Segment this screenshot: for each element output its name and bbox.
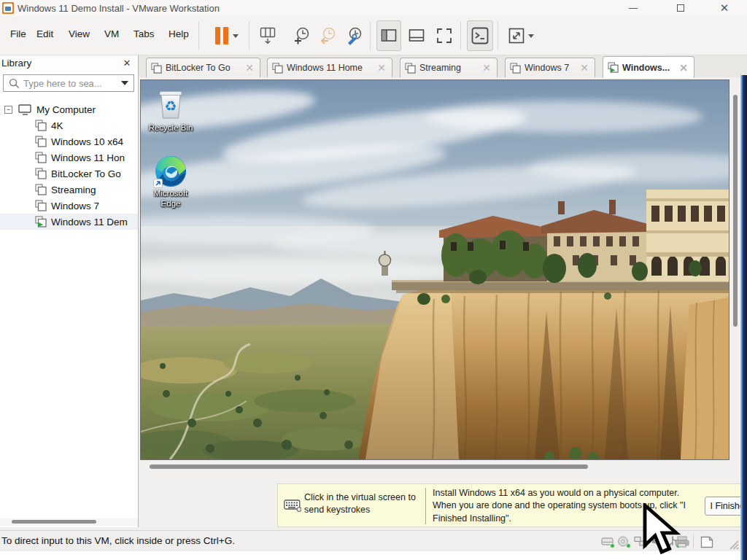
cd-dvd-status-icon[interactable] [617, 536, 630, 547]
fit-guest-dropdown-caret[interactable] [528, 34, 534, 38]
message-log-icon[interactable] [700, 536, 713, 547]
toolbar-separator [370, 22, 371, 50]
library-header: Library ✕ [0, 55, 138, 71]
library-search-box[interactable] [3, 74, 134, 92]
resize-grip[interactable] [728, 539, 739, 550]
tab-close-icon[interactable]: ✕ [678, 62, 689, 74]
vm-icon [510, 63, 521, 74]
search-icon [9, 78, 20, 89]
menu-view[interactable]: View [64, 25, 94, 43]
my-computer-icon [18, 104, 32, 115]
vm-display-panel: ♻ Recycle Bin [139, 77, 741, 527]
search-input[interactable] [23, 78, 118, 89]
hard-disk-status-icon[interactable] [601, 536, 614, 547]
sidebar-horizontal-scrollbar[interactable] [0, 518, 138, 526]
tab-windows-11-home[interactable]: Windows 11 Home ✕ [267, 58, 392, 77]
vm-vscrollbar-thumb[interactable] [733, 95, 738, 327]
tree-item-label: Streaming [51, 184, 96, 195]
shortcut-arrow-icon [153, 179, 163, 188]
close-icon: ✕ [720, 4, 729, 12]
vm-hscrollbar-thumb[interactable] [150, 464, 588, 469]
minimize-button[interactable] [619, 0, 648, 16]
ctrl-alt-del-icon [259, 26, 276, 45]
desktop-area-below-window [0, 551, 740, 560]
console-prompt-icon [471, 27, 489, 44]
desktop-icon-recycle-bin[interactable]: ♻ Recycle Bin [143, 88, 198, 133]
tab-close-icon[interactable]: ✕ [376, 62, 387, 74]
tree-item-windows-11-home[interactable]: Windows 11 Hon [0, 149, 138, 166]
menu-file[interactable]: File [6, 25, 31, 43]
vm-screen[interactable]: ♻ Recycle Bin [140, 79, 729, 460]
show-library-button[interactable] [376, 20, 401, 51]
status-bar: To direct input to this VM, click inside… [0, 530, 747, 551]
tree-item-label: Windows 7 [51, 201, 99, 211]
desktop-icon-label: Recycle Bin [143, 122, 198, 133]
menu-tabs[interactable]: Tabs [129, 25, 159, 43]
tab-windows-7[interactable]: Windows 7 ✕ [505, 58, 595, 77]
tree-item-windows-11-demo-selected[interactable]: Windows 11 Dem [0, 214, 138, 230]
menu-help[interactable]: Help [164, 25, 193, 43]
tab-close-icon[interactable]: ✕ [578, 62, 590, 74]
fit-guest-button[interactable] [503, 20, 538, 51]
revert-snapshot-button[interactable] [317, 20, 340, 51]
desktop-icon-microsoft-edge[interactable]: Microsoft Edge [143, 155, 198, 209]
tree-item-streaming[interactable]: Streaming [0, 182, 138, 198]
vm-desktop-wallpaper [141, 80, 729, 459]
tree-item-bitlocker-to-go[interactable]: BitLocker To Go [0, 166, 138, 182]
manage-snapshots-button[interactable] [343, 20, 366, 51]
revert-snapshot-clock-icon [319, 26, 338, 45]
tree-item-label: Windows 11 Dem [51, 217, 128, 228]
library-close-icon[interactable]: ✕ [120, 57, 133, 70]
tab-label: Streaming [419, 63, 461, 73]
thumbnail-bar-icon [409, 28, 425, 43]
tab-close-icon[interactable]: ✕ [244, 62, 255, 74]
tab-streaming[interactable]: Streaming ✕ [400, 58, 498, 77]
title-bar[interactable]: Windows 11 Demo Install - VMware Worksta… [0, 0, 747, 16]
manage-snapshots-clock-wrench-icon [345, 26, 364, 45]
suspend-pause-icon [214, 26, 229, 45]
suspend-dropdown-caret[interactable] [233, 34, 239, 38]
tree-item-label: BitLocker To Go [51, 168, 121, 179]
search-dropdown-caret[interactable] [121, 81, 128, 85]
minimize-icon [629, 8, 638, 9]
library-panel-icon [381, 28, 397, 43]
mouse-cursor [641, 503, 685, 560]
show-thumbnail-bar-button[interactable] [404, 20, 429, 51]
notification-divider [425, 488, 426, 524]
status-bar-text: To direct input to this VM, click inside… [1, 535, 235, 546]
menu-toolbar: File Edit View VM Tabs Help [0, 16, 747, 55]
tree-item-4k[interactable]: 4K [0, 117, 138, 133]
send-ctrl-alt-del-button[interactable] [255, 20, 280, 51]
library-sidebar: Library ✕ − My Computer 4K Windows 10 x6… [0, 55, 139, 527]
vm-icon [35, 120, 47, 131]
take-snapshot-button[interactable] [290, 20, 314, 51]
vm-icon [35, 152, 47, 163]
tree-item-windows-10-x64[interactable]: Windows 10 x64 [0, 133, 138, 149]
tree-item-my-computer[interactable]: − My Computer [0, 101, 138, 117]
suspend-button[interactable] [209, 20, 244, 51]
menu-vm[interactable]: VM [100, 25, 123, 43]
vm-icon [35, 168, 47, 179]
full-screen-brackets-icon [436, 28, 452, 44]
vm-running-icon [35, 216, 47, 228]
library-title: Library [1, 58, 31, 69]
vm-vertical-scrollbar[interactable] [731, 80, 740, 474]
full-screen-button[interactable] [432, 20, 457, 51]
tab-bitlocker-to-go[interactable]: BitLocker To Go ✕ [146, 58, 260, 77]
vm-horizontal-scrollbar[interactable] [140, 462, 729, 471]
console-view-button[interactable] [467, 20, 493, 51]
tab-label: Windows... [622, 63, 670, 73]
sidebar-scrollbar-thumb[interactable] [12, 520, 96, 524]
close-button[interactable]: ✕ [710, 0, 739, 16]
tree-item-label: Windows 11 Hon [51, 152, 125, 163]
vm-icon [405, 63, 416, 74]
tree-collapse-icon[interactable]: − [4, 106, 12, 114]
tab-windows-11-demo-active[interactable]: Windows... ✕ [603, 56, 694, 78]
tree-item-label: My Computer [36, 104, 96, 115]
tab-close-icon[interactable]: ✕ [481, 62, 492, 74]
tree-item-label: 4K [51, 120, 63, 131]
tree-item-windows-7[interactable]: Windows 7 [0, 198, 138, 214]
maximize-button[interactable] [666, 0, 695, 16]
tree-item-label: Windows 10 x64 [51, 136, 123, 147]
menu-edit[interactable]: Edit [32, 25, 58, 43]
